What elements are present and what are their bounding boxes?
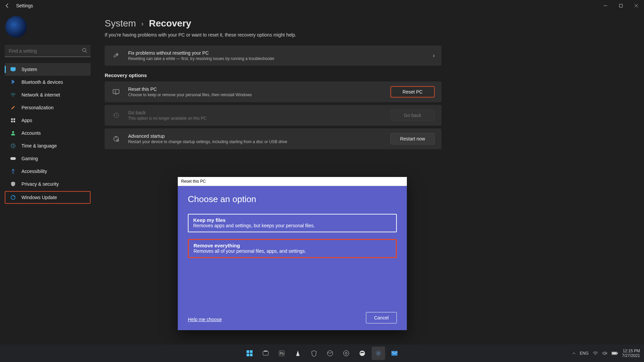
card-desc: Resetting can take a while — first, try …: [128, 56, 433, 61]
window-controls: [598, 0, 644, 11]
sidebar-item-label: Accessibility: [21, 169, 47, 174]
taskbar-app-3[interactable]: [307, 347, 321, 360]
svg-point-1: [83, 48, 86, 52]
sidebar-item-label: Gaming: [21, 156, 38, 161]
svg-rect-33: [612, 352, 616, 354]
card-title: Fix problems without resetting your PC: [128, 50, 433, 56]
taskbar-app-1[interactable]: Ps: [275, 347, 288, 360]
option-title: Keep my files: [193, 217, 391, 223]
person-icon: [9, 129, 17, 137]
search-input[interactable]: [5, 45, 91, 57]
card-title: Go back: [128, 110, 390, 115]
start-button[interactable]: [243, 347, 256, 360]
system-icon: [9, 66, 17, 73]
svg-rect-4: [11, 118, 13, 120]
close-button[interactable]: [629, 0, 644, 11]
card-desc: Restart your device to change startup se…: [128, 139, 390, 144]
taskbar-app-4[interactable]: [323, 347, 337, 360]
sidebar-item-gaming[interactable]: Gaming: [5, 152, 91, 165]
card-reset-pc: Reset this PC Choose to keep or remove y…: [105, 81, 441, 102]
back-button[interactable]: [3, 1, 12, 10]
option-remove-everything[interactable]: Remove everything Removes all of your pe…: [188, 239, 397, 258]
gear-icon: [375, 350, 382, 357]
taskbar-app-2[interactable]: [291, 347, 305, 360]
sidebar-item-network[interactable]: Network & internet: [5, 88, 91, 101]
sidebar-item-time-language[interactable]: Time & language: [5, 139, 91, 152]
globe-clock-icon: [9, 142, 17, 149]
card-advanced-startup: Advanced startup Restart your device to …: [105, 128, 441, 149]
apps-icon: [9, 117, 17, 124]
breadcrumb-parent[interactable]: System: [105, 18, 136, 29]
svg-point-11: [12, 169, 14, 170]
card-fix-problems[interactable]: Fix problems without resetting your PC R…: [105, 46, 441, 66]
svg-point-27: [345, 352, 347, 354]
section-heading: Recovery options: [105, 72, 644, 78]
maximize-icon: [619, 4, 623, 8]
reset-pc-dialog: Reset this PC Choose an option Keep my f…: [178, 177, 407, 330]
svg-point-28: [360, 351, 365, 356]
nav-list: System Bluetooth & devices Network & int…: [5, 63, 91, 204]
card-go-back: Go back This option is no longer availab…: [105, 105, 441, 126]
minimize-icon: [603, 4, 607, 8]
wrench-icon: [111, 51, 121, 60]
minimize-button[interactable]: [598, 0, 613, 11]
svg-rect-19: [247, 354, 249, 356]
sidebar-item-label: Bluetooth & devices: [21, 79, 63, 85]
wifi-icon: [9, 91, 17, 99]
reset-pc-icon: [111, 87, 121, 97]
cancel-button[interactable]: Cancel: [366, 312, 397, 323]
page-title: Recovery: [149, 18, 191, 29]
taskbar-settings[interactable]: [372, 347, 385, 360]
help-me-choose-link[interactable]: Help me choose: [188, 317, 222, 322]
svg-text:Ps: Ps: [280, 352, 284, 355]
taskbar-task-view[interactable]: [259, 347, 272, 360]
taskbar-app-6[interactable]: [356, 347, 369, 360]
sidebar-item-accessibility[interactable]: Accessibility: [5, 165, 91, 178]
app-title: Settings: [16, 3, 33, 8]
sidebar-item-accounts[interactable]: Accounts: [5, 127, 91, 139]
breadcrumb: System › Recovery: [105, 18, 644, 29]
card-desc: This option is no longer available on th…: [128, 116, 390, 121]
svg-rect-7: [13, 121, 15, 122]
sidebar-item-windows-update[interactable]: Windows Update: [5, 191, 91, 204]
card-title: Reset this PC: [128, 86, 390, 92]
volume-muted-icon[interactable]: [602, 351, 607, 356]
tray-clock[interactable]: 12:15 PM 7/27/2021: [622, 349, 640, 358]
sidebar-item-privacy[interactable]: Privacy & security: [5, 178, 91, 190]
sidebar-item-label: Privacy & security: [21, 181, 59, 187]
svg-rect-20: [250, 354, 253, 356]
sidebar-item-label: Windows Update: [21, 195, 57, 200]
sidebar-item-label: Personalization: [21, 105, 54, 110]
restart-now-button[interactable]: Restart now: [390, 133, 435, 144]
svg-rect-18: [250, 350, 253, 353]
chrome-icon: [343, 350, 350, 357]
maximize-button[interactable]: [613, 0, 629, 11]
brush-icon: [9, 104, 17, 111]
taskbar-app-5[interactable]: [339, 347, 353, 360]
task-view-icon: [262, 350, 269, 357]
search-icon: [82, 48, 87, 53]
tray-chevron-up-icon[interactable]: [572, 351, 576, 355]
edge-icon: [359, 350, 366, 357]
reset-pc-button[interactable]: Reset PC: [390, 86, 435, 98]
svg-rect-0: [620, 4, 623, 7]
chevron-right-icon: ›: [433, 53, 435, 59]
taskbar-mail[interactable]: [388, 347, 401, 360]
windows-icon: [246, 350, 253, 357]
arrow-left-icon: [5, 3, 10, 8]
svg-rect-17: [247, 350, 249, 353]
battery-icon[interactable]: [611, 351, 618, 355]
wifi-icon[interactable]: [593, 351, 598, 356]
sidebar-item-system[interactable]: System: [5, 63, 91, 76]
svg-point-26: [343, 351, 349, 356]
card-title: Advanced startup: [128, 133, 390, 139]
avatar[interactable]: [5, 16, 27, 38]
sidebar-item-personalization[interactable]: Personalization: [5, 101, 91, 114]
sidebar-item-bluetooth[interactable]: Bluetooth & devices: [5, 76, 91, 88]
option-keep-my-files[interactable]: Keep my files Removes apps and settings,…: [188, 214, 397, 232]
tray-language[interactable]: ENG: [580, 351, 589, 356]
mail-icon: [391, 350, 398, 356]
sidebar-item-apps[interactable]: Apps: [5, 114, 91, 127]
page-subtext: If you're having problems with your PC o…: [105, 32, 644, 38]
svg-point-29: [377, 352, 379, 354]
